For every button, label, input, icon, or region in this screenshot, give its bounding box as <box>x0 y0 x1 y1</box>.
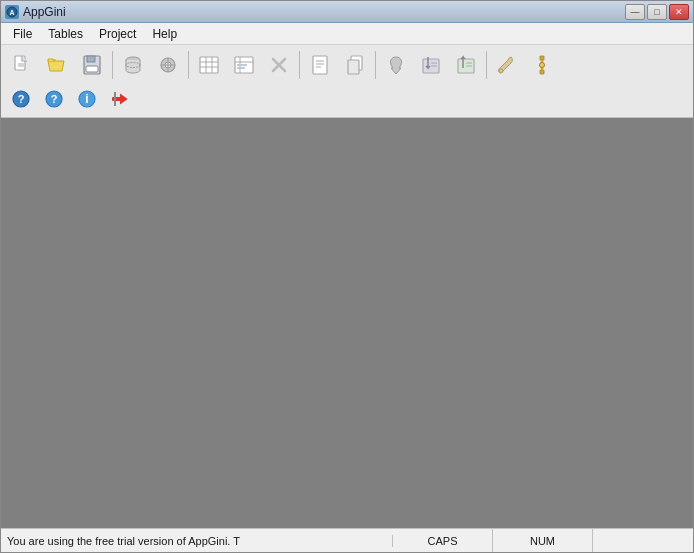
close-button[interactable]: ✕ <box>669 4 689 20</box>
open-file-button[interactable] <box>40 48 74 82</box>
menu-tables[interactable]: Tables <box>40 25 91 43</box>
separator-4 <box>375 51 376 79</box>
svg-text:?: ? <box>51 93 58 105</box>
help-question-button[interactable]: ? <box>38 84 70 114</box>
svg-text:A: A <box>9 9 14 16</box>
separator-2 <box>188 51 189 79</box>
tools-button[interactable] <box>490 48 524 82</box>
save-file-button[interactable] <box>75 48 109 82</box>
svg-rect-7 <box>87 56 95 62</box>
svg-rect-15 <box>200 57 218 73</box>
import-button[interactable] <box>449 48 483 82</box>
menu-help[interactable]: Help <box>144 25 185 43</box>
separator-5 <box>486 51 487 79</box>
svg-rect-8 <box>86 66 98 72</box>
svg-rect-23 <box>237 64 247 66</box>
num-indicator: NUM <box>493 529 593 552</box>
main-window: A AppGini — □ ✕ File Tables Project Help <box>0 0 694 553</box>
status-bar: You are using the free trial version of … <box>1 528 693 552</box>
toolbar-row-1 <box>5 48 689 82</box>
svg-rect-24 <box>237 67 245 69</box>
svg-rect-32 <box>348 60 359 74</box>
svg-text:i: i <box>85 92 88 106</box>
separator-1 <box>112 51 113 79</box>
status-message: You are using the free trial version of … <box>1 535 393 547</box>
extra-indicator <box>593 529 693 552</box>
title-bar-left: A AppGini <box>5 5 66 19</box>
arrow-button[interactable] <box>379 48 413 82</box>
delete-button[interactable] <box>262 48 296 82</box>
svg-rect-40 <box>540 56 544 60</box>
table-button[interactable] <box>192 48 226 82</box>
database-button[interactable] <box>116 48 150 82</box>
main-content-area <box>1 118 693 528</box>
toolbar-row-2: ? ? i <box>5 84 689 114</box>
new-file-button[interactable] <box>5 48 39 82</box>
minimize-button[interactable]: — <box>625 4 645 20</box>
fields-button[interactable] <box>227 48 261 82</box>
export-button[interactable] <box>414 48 448 82</box>
preview-button[interactable] <box>151 48 185 82</box>
window-title: AppGini <box>23 5 66 19</box>
title-bar: A AppGini — □ ✕ <box>1 1 693 23</box>
window-controls: — □ ✕ <box>625 4 689 20</box>
menu-project[interactable]: Project <box>91 25 144 43</box>
toolbar-area: ? ? i <box>1 45 693 118</box>
app-icon: A <box>5 5 19 19</box>
exit-button[interactable] <box>104 84 136 114</box>
settings-button[interactable] <box>525 48 559 82</box>
info-button[interactable]: i <box>71 84 103 114</box>
svg-rect-27 <box>313 56 327 74</box>
copy-button[interactable] <box>338 48 372 82</box>
svg-point-43 <box>540 63 545 68</box>
maximize-button[interactable]: □ <box>647 4 667 20</box>
svg-rect-41 <box>540 70 544 74</box>
caps-indicator: CAPS <box>393 529 493 552</box>
help-circle-button[interactable]: ? <box>5 84 37 114</box>
menu-bar: File Tables Project Help <box>1 23 693 45</box>
separator-3 <box>299 51 300 79</box>
report-button[interactable] <box>303 48 337 82</box>
svg-text:?: ? <box>18 93 25 105</box>
menu-file[interactable]: File <box>5 25 40 43</box>
